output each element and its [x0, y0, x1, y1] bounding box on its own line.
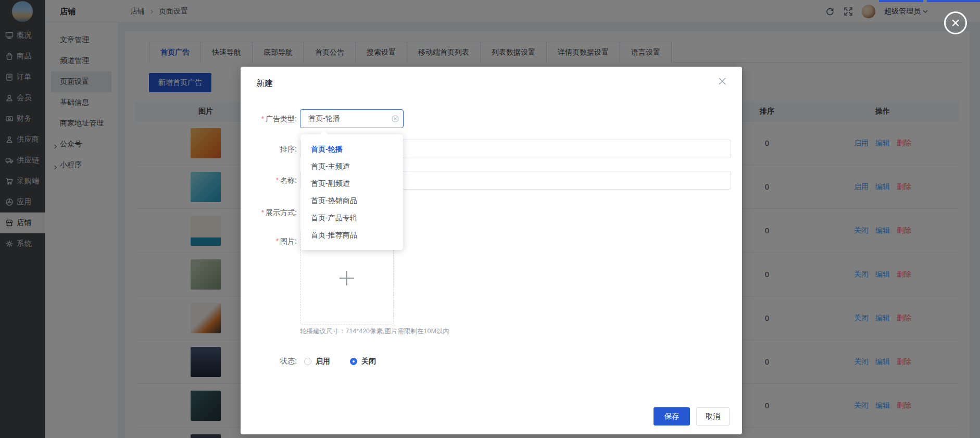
ad-type-select[interactable]: 首页-轮播 [300, 109, 404, 128]
status-radio-enable[interactable]: 启用 [304, 357, 330, 366]
name-label: *名称: [241, 171, 297, 190]
lightbox-close-icon[interactable] [944, 11, 967, 34]
dropdown-option-首页-推荐商品[interactable]: 首页-推荐商品 [300, 227, 403, 244]
display-mode-label: *展示方式: [241, 203, 297, 222]
cancel-button[interactable]: 取消 [696, 407, 730, 426]
status-label: 状态: [241, 357, 297, 366]
clear-icon[interactable] [392, 115, 399, 122]
status-radio-disable[interactable]: 关闭 [350, 357, 376, 366]
status-field: 状态: 启用 关闭 [241, 356, 376, 367]
modal-title: 新建 [256, 78, 273, 89]
new-ad-modal: 新建 *广告类型: 首页-轮播 排序: *名称: *展示方式: *图片: 轮播建… [241, 67, 742, 434]
dropdown-option-首页-产品专辑[interactable]: 首页-产品专辑 [300, 209, 403, 227]
page: 概况 商品 订单 会员 财务 供应商 供应链 采购端 应用 店铺 系统 [0, 0, 980, 438]
ad-type-dropdown: 首页-轮播 首页-主频道 首页-副频道 首页-热销商品 首页-产品专辑 首页-推… [300, 134, 403, 250]
sort-label: 排序: [241, 140, 297, 158]
save-button[interactable]: 保存 [654, 407, 690, 426]
dropdown-option-首页-热销商品[interactable]: 首页-热销商品 [300, 192, 403, 209]
image-label: *图片: [241, 232, 297, 251]
top-progress-bar-right [927, 0, 980, 2]
ad-type-value: 首页-轮播 [308, 114, 340, 123]
dropdown-option-首页-主频道[interactable]: 首页-主频道 [300, 158, 403, 175]
dropdown-option-首页-轮播[interactable]: 首页-轮播 [300, 141, 403, 158]
plus-icon [340, 271, 354, 285]
image-size-hint: 轮播建议尺寸：714*420像素,图片需限制在10M以内 [300, 327, 449, 336]
radio-circle [304, 358, 311, 365]
top-progress-bar-left [879, 0, 923, 2]
dropdown-option-首页-副频道[interactable]: 首页-副频道 [300, 175, 403, 192]
radio-circle-checked [350, 358, 357, 365]
ad-type-label: *广告类型: [241, 109, 297, 128]
close-icon[interactable] [718, 77, 728, 87]
